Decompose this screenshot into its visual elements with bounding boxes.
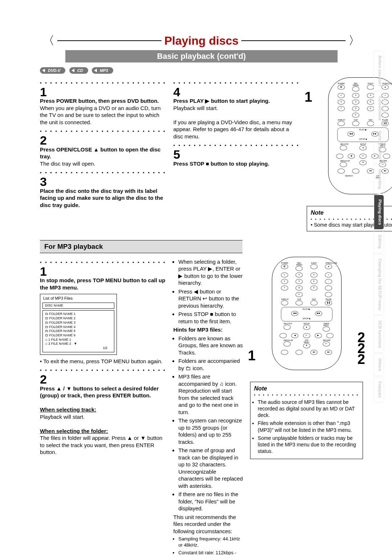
rec-item: Constant bit rate: 112kbps - 320kbps.: [178, 550, 243, 555]
mp3-page-indicator: 1/2: [45, 346, 112, 351]
selecting-folder-hdr: When selecting the folder:: [40, 428, 108, 434]
list-item: 🗀 FOLDER NAME 1: [45, 312, 112, 316]
step1-heading: Press POWER button, then press DVD butto…: [40, 98, 159, 104]
tab-getting-started[interactable]: Getting started: [374, 126, 384, 164]
mp3-list-illustration: List of MP3 Files DISC NAME 🗀 FOLDER NAM…: [40, 294, 117, 355]
callout2-2c: 2: [358, 351, 365, 368]
page-title: Playing discs: [164, 34, 239, 48]
title-rule-right: [241, 40, 346, 41]
mp3-step2-number: 2: [40, 374, 166, 385]
list-item: ♫ 2 FILE NAME 2 ▼: [45, 342, 112, 346]
selecting-track-body: Playback will start.: [40, 413, 166, 421]
chevron-right-icon: 〉: [346, 33, 363, 49]
list-item: 🗀 FOLDER NAME 5: [45, 329, 112, 333]
list-item: ♫ 1 FILE NAME 1: [45, 338, 112, 342]
step5-number: 5: [173, 149, 299, 160]
list-item: 🗀 FOLDER NAME 3: [45, 321, 112, 325]
note2-item: Some unplayable folders or tracks may be…: [258, 435, 359, 455]
selecting-folder-body: The files in folder will appear. Press ▲…: [40, 434, 166, 456]
mp3-col-right: 1 2 2 2 POWER⏻REC SPEEDAUDIOOPEN/CLOSE▲ …: [250, 257, 363, 555]
step4-heading: Press PLAY ▶ button to start playing.: [173, 98, 270, 104]
rec-intro: This unit recommends the files recorded …: [173, 514, 243, 535]
step5-heading: Press STOP ■ button to stop playing.: [173, 161, 269, 167]
step4-body1: Playback will start.: [173, 105, 218, 111]
note-box-2: Note • • • • • • • • • • • • • • • • • •…: [250, 382, 363, 459]
hints-hdr: Hints for MP3 files:: [173, 327, 222, 333]
remote-illustration-2: POWER⏻REC SPEEDAUDIOOPEN/CLOSE▲ 123+ 456…: [272, 257, 342, 370]
step3-heading: Place the disc onto the disc tray with i…: [40, 188, 163, 208]
mp3-bullet: When selecting a folder, press PLAY ▶, E…: [178, 258, 243, 287]
tab-vcr-functions[interactable]: VCR functions: [374, 316, 384, 353]
callout-1: 1: [305, 88, 312, 106]
step2-body: The disc tray will open.: [40, 161, 95, 167]
note2-item: Files whole extension is other than ".mp…: [258, 420, 359, 433]
chevron-left-icon: 〈: [40, 33, 57, 49]
side-nav-tabs: Before you start Connections Getting sta…: [374, 51, 384, 403]
hint-item: MP3 files are accompanied by ♫ icon. Rep…: [178, 373, 243, 416]
callout2-1: 1: [248, 347, 256, 365]
note2-item: The audio source of MP3 files cannot be …: [258, 399, 359, 419]
page-subtitle: Basic playback (cont'd): [65, 50, 338, 62]
hint-item: The system can recognize up to 255 group…: [178, 417, 243, 445]
tab-recording[interactable]: Recording: [374, 165, 384, 194]
list-item: 🗀 FOLDER NAME 6: [45, 333, 112, 338]
tab-others[interactable]: Others: [374, 353, 384, 376]
basic-col-mid: • • • • • • • • • • • • • • • • • • • • …: [173, 77, 299, 231]
mp3-col-left: • • • • • • • • • • • • • • • • • • • • …: [40, 257, 166, 555]
hint-item: Folders are accompanied by 🗀 icon.: [178, 357, 243, 372]
step4-number: 4: [173, 86, 299, 98]
tab-changing-setup[interactable]: Changing the SETUP menu: [374, 254, 384, 315]
selecting-track-hdr: When selecting track:: [40, 406, 96, 413]
note2-title: Note: [254, 385, 359, 393]
tab-playing-discs[interactable]: Playing discs: [374, 195, 384, 230]
mp3-exit-note: To exit the menu, press TOP MENU button …: [43, 358, 163, 364]
tab-connections[interactable]: Connections: [374, 92, 384, 125]
rec-item: Sampling frequency: 44.1kHz or 48kHz.: [178, 536, 243, 548]
hint-item: If there are no files in the folder, "No…: [178, 491, 243, 512]
step2-number: 2: [40, 135, 166, 146]
tab-editing[interactable]: Editing: [374, 230, 384, 253]
step3-number: 3: [40, 176, 166, 187]
hint-item: The name of group and track can be displ…: [178, 447, 243, 489]
list-item: 🗀 FOLDER NAME 2: [45, 316, 112, 321]
badge-cd: CD: [69, 67, 88, 74]
step2-heading: Press OPEN/CLOSE ▲ button to open the di…: [40, 146, 160, 160]
hint-item: Folders are known as Groups, files are k…: [178, 335, 243, 356]
mp3-bullet: Press STOP ■ button to return to the fir…: [178, 311, 243, 325]
basic-col-left: • • • • • • • • • • • • • • • • • • • • …: [40, 77, 166, 231]
list-item: 🗀 FOLDER NAME 4: [45, 325, 112, 329]
mp3-section-header: For MP3 playback: [40, 240, 242, 253]
title-rule-left: [57, 40, 162, 41]
page-title-bar: 〈 Playing discs 〉: [40, 33, 363, 49]
mp3-list-title: List of MP3 Files: [40, 294, 117, 302]
tab-before-you-start[interactable]: Before you start: [374, 51, 384, 91]
step1-body: When you are playing a DVD or an audio C…: [40, 105, 161, 125]
mp3-col-mid: When selecting a folder, press PLAY ▶, E…: [173, 257, 243, 555]
format-badges: DVD-V CD MP3: [40, 67, 363, 74]
mp3-step2-heading: Press ▲ / ▼ buttons to select a desired …: [40, 385, 159, 399]
mp3-bullet: Press ◀ button or RETURN ↩ button to the…: [178, 288, 243, 309]
badge-mp3: MP3: [92, 67, 113, 74]
step4-body2: If you are playing a DVD-Video disc, a m…: [173, 119, 292, 139]
step1-number: 1: [40, 86, 166, 98]
mp3-disc-name: DISC NAME: [42, 303, 114, 309]
tab-francais[interactable]: Français: [374, 377, 384, 402]
mp3-step1-heading: In stop mode, press TOP MENU button to c…: [40, 277, 165, 291]
mp3-step1-number: 1: [40, 266, 166, 277]
badge-dvdv: DVD-V: [40, 67, 65, 74]
